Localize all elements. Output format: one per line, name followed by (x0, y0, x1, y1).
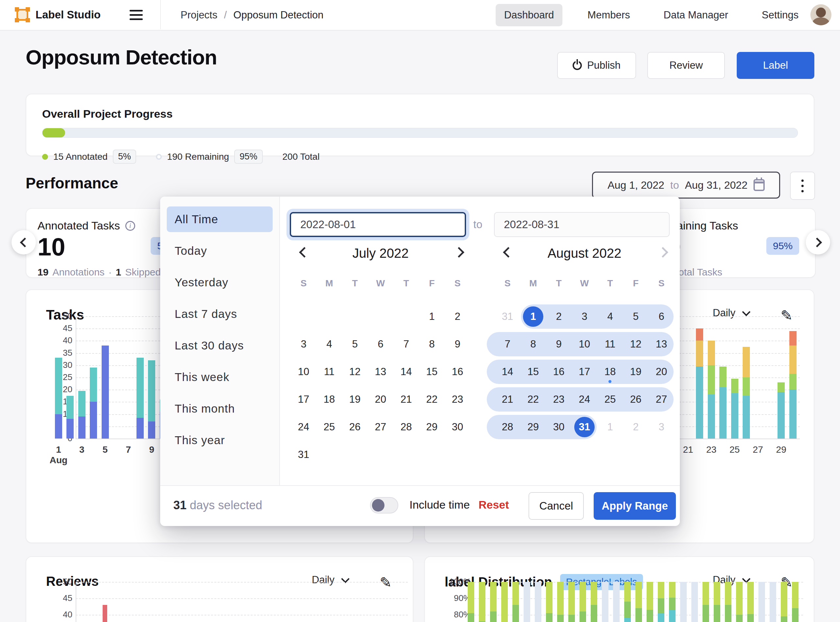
nav-settings[interactable]: Settings (753, 4, 807, 26)
day-22[interactable]: 22 (419, 387, 444, 412)
day-9[interactable]: 9 (546, 332, 572, 356)
carousel-next-button[interactable] (806, 230, 830, 255)
day-16[interactable]: 16 (546, 360, 572, 384)
day-23[interactable]: 23 (444, 387, 470, 412)
day-6[interactable]: 6 (649, 305, 674, 329)
kebab-menu-button[interactable] (790, 172, 815, 200)
day-2[interactable]: 2 (546, 305, 572, 329)
day-7[interactable]: 7 (393, 332, 419, 356)
day-2[interactable]: 2 (444, 305, 470, 329)
day-17[interactable]: 17 (572, 360, 597, 384)
day-22[interactable]: 22 (520, 387, 546, 412)
day-18[interactable]: 18 (597, 360, 623, 384)
day-27[interactable]: 27 (368, 415, 393, 439)
day-27[interactable]: 27 (649, 387, 674, 412)
day-15[interactable]: 15 (520, 360, 546, 384)
day-14[interactable]: 14 (495, 360, 520, 384)
cancel-button[interactable]: Cancel (528, 492, 584, 520)
day-26[interactable]: 26 (342, 415, 368, 439)
day-5[interactable]: 5 (623, 305, 649, 329)
day-1[interactable]: 1 (419, 305, 444, 329)
day-14[interactable]: 14 (393, 360, 419, 384)
performance-title: Performance (26, 174, 118, 192)
day-30[interactable]: 30 (546, 415, 572, 439)
nav-dashboard[interactable]: Dashboard (496, 4, 563, 26)
day-15[interactable]: 15 (419, 360, 444, 384)
day-13[interactable]: 13 (649, 332, 674, 356)
day-13[interactable]: 13 (368, 360, 393, 384)
end-date-input[interactable]: 2022-08-31 (494, 212, 670, 237)
day-31[interactable]: 31 (291, 442, 316, 467)
publish-button[interactable]: Publish (557, 52, 636, 79)
day-25[interactable]: 25 (316, 415, 342, 439)
day-3[interactable]: 3 (291, 332, 316, 356)
day-29[interactable]: 29 (520, 415, 546, 439)
day-10[interactable]: 10 (291, 360, 316, 384)
day-29[interactable]: 29 (419, 415, 444, 439)
nav-members[interactable]: Members (579, 4, 638, 26)
day-3[interactable]: 3 (572, 305, 597, 329)
preset-all-time[interactable]: All Time (167, 206, 273, 232)
day-1[interactable]: 1 (597, 415, 623, 439)
day-19[interactable]: 19 (342, 387, 368, 412)
day-21[interactable]: 21 (393, 387, 419, 412)
day-4[interactable]: 4 (597, 305, 623, 329)
day-12[interactable]: 12 (623, 332, 649, 356)
day-11[interactable]: 11 (316, 360, 342, 384)
day-7[interactable]: 7 (495, 332, 520, 356)
day-8[interactable]: 8 (419, 332, 444, 356)
label-button[interactable]: Label (737, 52, 814, 79)
header-divider (160, 0, 161, 29)
progress-bar-fill (43, 128, 65, 137)
day-23[interactable]: 23 (546, 387, 572, 412)
apply-range-button[interactable]: Apply Range (594, 492, 676, 520)
preset-last-30-days[interactable]: Last 30 days (167, 333, 273, 358)
avatar[interactable] (810, 4, 831, 25)
day-10[interactable]: 10 (572, 332, 597, 356)
reset-button[interactable]: Reset (478, 499, 509, 511)
day-11[interactable]: 11 (597, 332, 623, 356)
day-24[interactable]: 24 (572, 387, 597, 412)
date-range-button[interactable]: Aug 1, 2022 to Aug 31, 2022 (592, 172, 780, 198)
day-6[interactable]: 6 (368, 332, 393, 356)
preset-yesterday[interactable]: Yesterday (167, 270, 273, 295)
annotated-tasks-value: 10 (38, 232, 66, 261)
preset-today[interactable]: Today (167, 238, 273, 264)
day-18[interactable]: 18 (316, 387, 342, 412)
preset-last-7-days[interactable]: Last 7 days (167, 301, 273, 327)
carousel-prev-button[interactable] (12, 230, 36, 255)
day-24[interactable]: 24 (291, 415, 316, 439)
day-2[interactable]: 2 (623, 415, 649, 439)
day-9[interactable]: 9 (444, 332, 470, 356)
day-30[interactable]: 30 (444, 415, 470, 439)
day-19[interactable]: 19 (623, 360, 649, 384)
day-26[interactable]: 26 (623, 387, 649, 412)
day-1[interactable]: 1 (520, 305, 546, 329)
day-3[interactable]: 3 (649, 415, 674, 439)
info-icon[interactable]: i (125, 221, 135, 231)
day-17[interactable]: 17 (291, 387, 316, 412)
day-8[interactable]: 8 (520, 332, 546, 356)
day-28[interactable]: 28 (495, 415, 520, 439)
hamburger-menu-icon[interactable] (130, 10, 143, 20)
start-date-input[interactable]: 2022-08-01 (290, 212, 466, 237)
day-12[interactable]: 12 (342, 360, 368, 384)
day-16[interactable]: 16 (444, 360, 470, 384)
day-21[interactable]: 21 (495, 387, 520, 412)
day-5[interactable]: 5 (342, 332, 368, 356)
include-time-toggle[interactable] (370, 497, 398, 514)
day-20[interactable]: 20 (368, 387, 393, 412)
preset-this-month[interactable]: This month (167, 396, 273, 421)
preset-this-year[interactable]: This year (167, 427, 273, 453)
day-20[interactable]: 20 (649, 360, 674, 384)
day-4[interactable]: 4 (316, 332, 342, 356)
nav-data-manager[interactable]: Data Manager (655, 4, 737, 26)
review-button[interactable]: Review (647, 52, 725, 79)
day-31[interactable]: 31 (495, 305, 520, 329)
breadcrumb-projects[interactable]: Projects (180, 9, 217, 21)
day-25[interactable]: 25 (597, 387, 623, 412)
label-studio-logo-icon[interactable] (15, 7, 30, 22)
day-31[interactable]: 31 (572, 415, 597, 439)
day-28[interactable]: 28 (393, 415, 419, 439)
preset-this-week[interactable]: This week (167, 364, 273, 390)
